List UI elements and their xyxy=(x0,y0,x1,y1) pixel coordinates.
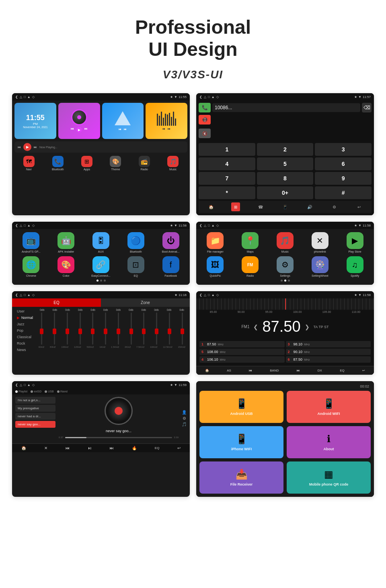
end-call-button[interactable]: 📵 xyxy=(199,115,211,125)
music-favorite-btn[interactable]: 🔥 xyxy=(132,446,137,450)
app-filemanager[interactable]: 📁 File manager xyxy=(199,232,231,253)
eq-slider-10[interactable] xyxy=(151,312,163,345)
music-widget[interactable]: ⏮ ▶ ⏭ xyxy=(58,103,100,139)
key-0[interactable]: 0+ xyxy=(257,186,314,199)
eq-slider-3[interactable] xyxy=(62,312,74,345)
tile-file-receiver[interactable]: 📥 File Receiver xyxy=(199,461,283,494)
key-4[interactable]: 4 xyxy=(199,157,255,170)
app-playstore[interactable]: ▶ Play Store xyxy=(339,232,371,253)
key-6[interactable]: 6 xyxy=(315,157,372,170)
eq-slider-7[interactable] xyxy=(113,312,125,345)
app-quickpic[interactable]: 🖼 QuickPic xyxy=(199,256,231,277)
tile-iphone-wifi[interactable]: 📱 iPhone WIFI xyxy=(199,426,283,458)
preset-rock[interactable]: Rock xyxy=(15,341,31,346)
app-bluetooth[interactable]: 🔵 Bluetooth xyxy=(120,232,152,253)
app-theme[interactable]: 🎨 Theme xyxy=(110,156,121,171)
preset-4[interactable]: 4 106.10 MHz xyxy=(199,356,285,363)
radio-widget[interactable]: ⏮ ⏭ xyxy=(146,103,187,139)
app-phonelink[interactable]: ✕ phonelink xyxy=(304,232,336,253)
key-5[interactable]: 5 xyxy=(257,157,314,170)
app-settingwheel[interactable]: 🎡 SettingWheel xyxy=(304,256,336,277)
eq-slider-4[interactable] xyxy=(74,312,86,345)
clock-widget[interactable]: 11:55 PM November 24, 2021 xyxy=(14,103,56,139)
app-radio[interactable]: FM Radio xyxy=(234,256,266,277)
eq-slider-5[interactable] xyxy=(87,312,99,345)
tile-qr[interactable]: ▦ Mobile phone QR code xyxy=(287,461,371,494)
preset-1[interactable]: 1 87.50 MHz xyxy=(199,341,285,347)
number-display[interactable]: 10086... xyxy=(212,103,360,112)
dialer-home-btn[interactable]: 🏠 xyxy=(207,202,216,211)
app-bluetooth[interactable]: 📞 Bluetooth xyxy=(52,156,64,171)
music-eq-btn[interactable]: EQ xyxy=(155,446,160,450)
app-eq[interactable]: ⊡ EQ xyxy=(120,256,152,277)
app-music[interactable]: 🎵 Music xyxy=(167,156,179,171)
app-boot[interactable]: ⏻ Boot Animat... xyxy=(155,232,187,253)
source-playlist[interactable]: Playlist xyxy=(15,390,27,393)
preset-classical[interactable]: Classical xyxy=(15,334,31,340)
music-shuffle-btn[interactable]: ✕ xyxy=(44,446,47,450)
key-7[interactable]: 7 xyxy=(199,172,255,185)
app-aux[interactable]: 🎛 AUX xyxy=(85,232,117,253)
radio-back-btn[interactable]: ↩ xyxy=(361,368,367,373)
app-music[interactable]: 🎵 Music xyxy=(269,232,301,253)
mute-button[interactable]: 🔇 xyxy=(199,129,211,138)
preset-user[interactable]: User xyxy=(15,308,31,314)
eq-slider-2[interactable] xyxy=(49,312,61,345)
key-star[interactable]: * xyxy=(199,186,255,199)
preset-jazz[interactable]: Jazz xyxy=(15,321,31,327)
app-apk[interactable]: 🤖 APK Installer xyxy=(50,232,82,253)
app-easyconnect[interactable]: 🔗 EasyConnect... xyxy=(85,256,117,277)
preset-2[interactable]: 2 90.10 MHz xyxy=(286,349,371,355)
source-inand[interactable]: iNand xyxy=(57,390,68,393)
source-extsd[interactable]: extSD xyxy=(31,390,41,393)
tile-android-usb[interactable]: 📱 Android USB xyxy=(199,391,283,423)
radio-next-btn[interactable]: ❯ xyxy=(305,324,310,330)
preset-6[interactable]: 6 87.50 MHz xyxy=(286,356,371,363)
key-3[interactable]: 3 xyxy=(315,143,372,156)
playlist-item-4[interactable]: never say goo... xyxy=(15,421,55,428)
app-facebook[interactable]: f Facebook xyxy=(155,256,187,277)
radio-home-btn[interactable]: 🏠 xyxy=(203,368,211,373)
key-8[interactable]: 8 xyxy=(257,172,314,185)
app-androits[interactable]: 📺 AndroITS GP... xyxy=(15,232,47,253)
key-9[interactable]: 9 xyxy=(315,172,372,185)
radio-dx-btn[interactable]: DX xyxy=(316,368,324,373)
app-apps[interactable]: ⊞ Apps xyxy=(81,156,92,171)
navi-widget[interactable]: ⏮ ⏭ xyxy=(102,103,144,139)
radio-eq-btn[interactable]: EQ xyxy=(338,368,346,373)
music-home-btn[interactable]: 🏠 xyxy=(21,446,26,450)
preset-3[interactable]: 3 98.10 MHz xyxy=(286,341,371,347)
call-button[interactable]: 📞 xyxy=(199,103,211,112)
dialer-volume-btn[interactable]: 🔊 xyxy=(305,202,314,211)
app-spotify[interactable]: ♫ Spotify xyxy=(339,256,371,277)
preset-5[interactable]: 5 108.00 MHz xyxy=(199,349,285,355)
radio-prev-btn[interactable]: ❮ xyxy=(253,324,258,330)
dialer-grid-btn[interactable]: ⊞ xyxy=(231,202,240,211)
music-back-btn[interactable]: ↩ xyxy=(177,446,181,450)
eq-slider-12[interactable] xyxy=(176,312,188,345)
play-button[interactable]: ▶ xyxy=(23,143,31,151)
eq-slider-8[interactable] xyxy=(125,312,137,345)
key-hash[interactable]: # xyxy=(315,186,372,199)
key-1[interactable]: 1 xyxy=(199,143,255,156)
playlist-item-2[interactable]: My prerogative xyxy=(15,405,55,412)
tile-about[interactable]: ℹ About xyxy=(287,426,371,458)
dialer-back-btn[interactable]: ↩ xyxy=(355,202,363,211)
app-settings[interactable]: ⚙ Settings xyxy=(269,256,301,277)
radio-band-btn[interactable]: BAND xyxy=(268,368,280,373)
radio-next-seek[interactable]: ⏭ xyxy=(295,368,302,373)
dialer-settings-btn[interactable]: ⚙ xyxy=(330,202,339,211)
preset-pop[interactable]: Pop xyxy=(15,328,31,333)
music-next-btn[interactable]: ⏭ xyxy=(110,446,114,450)
app-maps[interactable]: 📍 Maps xyxy=(234,232,266,253)
app-color[interactable]: 🎨 Color xyxy=(50,256,82,277)
eq-slider-9[interactable] xyxy=(138,312,150,345)
eq-slider-11[interactable] xyxy=(164,312,176,345)
tab-eq[interactable]: EQ xyxy=(12,298,101,307)
app-radio[interactable]: 📻 Radio xyxy=(139,156,150,171)
music-play-pause-btn[interactable]: ⏯ xyxy=(88,446,92,450)
key-2[interactable]: 2 xyxy=(257,143,314,156)
playlist-item-1[interactable]: I'm not a girl,n... xyxy=(15,397,55,404)
tile-android-wifi[interactable]: 📱 Android WIFI xyxy=(287,391,371,423)
source-usb[interactable]: USB xyxy=(45,390,53,393)
